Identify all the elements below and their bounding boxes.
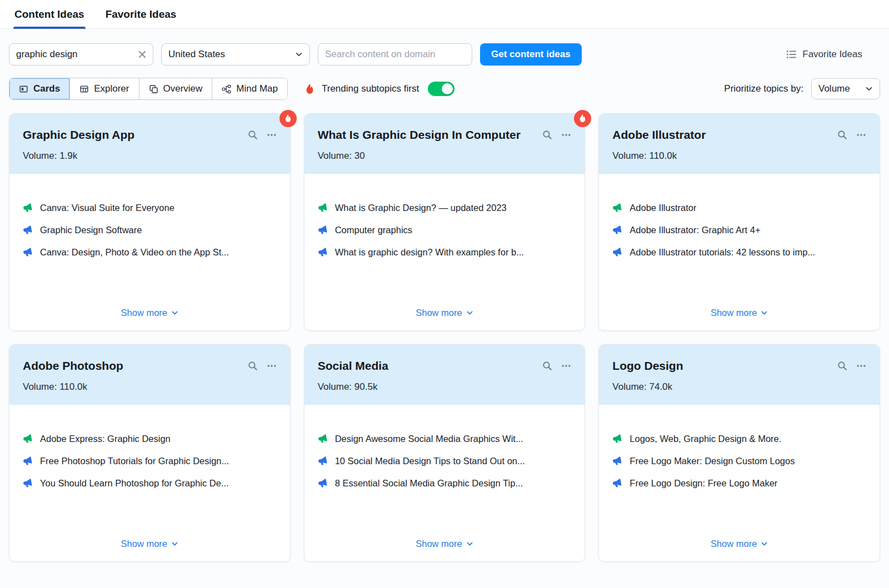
search-icon[interactable] <box>542 361 552 371</box>
top-tab-bar: Content Ideas Favorite Ideas <box>0 0 889 29</box>
card-body: Logos, Web, Graphic Design & More. Free … <box>599 405 880 561</box>
trending-toggle[interactable] <box>428 82 455 96</box>
chevron-down-icon <box>171 540 178 547</box>
megaphone-icon <box>317 225 328 236</box>
favorite-ideas-link[interactable]: Favorite Ideas <box>786 49 880 60</box>
domain-search-input[interactable] <box>318 43 472 66</box>
view-overview-button[interactable]: Overview <box>139 78 212 99</box>
headline-item[interactable]: Adobe Illustrator: Graphic Art 4+ <box>612 225 866 235</box>
show-more-link[interactable]: Show more <box>121 525 178 549</box>
megaphone-icon <box>612 478 623 489</box>
headline-text: Adobe Illustrator: Graphic Art 4+ <box>630 225 760 235</box>
headline-item[interactable]: 8 Essential Social Media Graphic Design … <box>318 478 572 489</box>
card-body: What is Graphic Design? — updated 2023 C… <box>304 174 585 330</box>
search-icon[interactable] <box>542 130 552 140</box>
flame-icon <box>304 84 315 94</box>
headline-text: Canva: Design, Photo & Video on the App … <box>40 247 229 258</box>
more-icon[interactable] <box>856 130 866 140</box>
show-more-link[interactable]: Show more <box>711 525 768 549</box>
tab-content-ideas[interactable]: Content Ideas <box>13 1 86 28</box>
search-icon[interactable] <box>837 361 847 371</box>
headline-item[interactable]: Canva: Design, Photo & Video on the App … <box>23 247 277 258</box>
chevron-down-icon <box>761 309 768 316</box>
trending-control: Trending subtopics first <box>304 82 455 96</box>
headline-item[interactable]: Adobe Illustrator tutorials: 42 lessons … <box>612 247 866 258</box>
card-title[interactable]: Adobe Illustrator <box>612 127 706 142</box>
headline-item[interactable]: What is graphic design? With examples fo… <box>318 247 572 258</box>
megaphone-icon <box>22 247 33 258</box>
more-icon[interactable] <box>856 361 866 371</box>
headline-item[interactable]: 10 Social Media Design Tips to Stand Out… <box>318 456 572 466</box>
headline-item[interactable]: Design Awesome Social Media Graphics Wit… <box>318 434 572 444</box>
country-select[interactable]: United States <box>161 43 310 66</box>
card-header: Adobe Illustrator Volume: 110.0k <box>599 114 880 174</box>
topic-card: Graphic Design App Volume: 1.9k Canva: V… <box>9 113 291 331</box>
view-explorer-button[interactable]: Explorer <box>69 78 138 99</box>
headline-text: 10 Social Media Design Tips to Stand Out… <box>335 456 525 466</box>
search-icon[interactable] <box>248 130 258 140</box>
megaphone-icon <box>612 434 623 445</box>
card-header: Adobe Photoshop Volume: 110.0k <box>9 345 290 405</box>
headline-item[interactable]: Free Logo Maker: Design Custom Logos <box>612 456 866 466</box>
megaphone-icon <box>612 203 623 214</box>
headline-text: What is Graphic Design? — updated 2023 <box>335 203 507 213</box>
show-more-link[interactable]: Show more <box>711 294 768 318</box>
headline-item[interactable]: Free Logo Design: Free Logo Maker <box>612 478 866 489</box>
headline-text: Adobe Illustrator <box>630 203 696 213</box>
topic-card: Adobe Photoshop Volume: 110.0k Adobe Exp… <box>9 344 291 562</box>
view-cards-button[interactable]: Cards <box>9 78 69 99</box>
view-overview-label: Overview <box>163 83 203 94</box>
view-mindmap-button[interactable]: Mind Map <box>212 78 287 99</box>
topic-card: Social Media Volume: 90.5k Design Awesom… <box>304 344 586 562</box>
headline-item[interactable]: Computer graphics <box>318 225 572 235</box>
card-actions <box>542 361 571 371</box>
show-more-link[interactable]: Show more <box>121 294 178 318</box>
headline-text: 8 Essential Social Media Graphic Design … <box>335 478 523 489</box>
tab-favorite-ideas[interactable]: Favorite Ideas <box>104 1 178 28</box>
card-actions <box>837 361 866 371</box>
headline-item[interactable]: What is Graphic Design? — updated 2023 <box>318 203 572 213</box>
headline-item[interactable]: Free Photoshop Tutorials for Graphic Des… <box>23 456 277 466</box>
view-toolbar: Cards Explorer Overview Mind Map Trendin… <box>0 66 889 100</box>
more-icon[interactable] <box>561 130 571 140</box>
megaphone-icon <box>22 478 33 489</box>
cards-grid: Graphic Design App Volume: 1.9k Canva: V… <box>0 100 889 575</box>
card-header: Social Media Volume: 90.5k <box>304 345 585 405</box>
show-more-label: Show more <box>416 539 462 549</box>
card-actions <box>837 130 866 140</box>
megaphone-icon <box>612 456 623 467</box>
card-body: Adobe Illustrator Adobe Illustrator: Gra… <box>599 174 880 330</box>
headline-item[interactable]: You Should Learn Photoshop for Graphic D… <box>23 478 277 489</box>
show-more-label: Show more <box>416 308 462 318</box>
more-icon[interactable] <box>267 130 277 140</box>
explorer-icon <box>79 84 89 94</box>
card-title[interactable]: What Is Graphic Design In Computer <box>318 127 521 142</box>
megaphone-icon <box>317 478 328 489</box>
headline-item[interactable]: Adobe Express: Graphic Design <box>23 434 277 444</box>
headline-text: Design Awesome Social Media Graphics Wit… <box>335 434 523 444</box>
more-icon[interactable] <box>267 361 277 371</box>
card-title[interactable]: Adobe Photoshop <box>23 358 123 373</box>
get-content-ideas-button[interactable]: Get content ideas <box>480 43 582 66</box>
megaphone-icon <box>317 203 328 214</box>
headline-item[interactable]: Logos, Web, Graphic Design & More. <box>612 434 866 444</box>
card-title[interactable]: Logo Design <box>612 358 683 373</box>
card-title[interactable]: Social Media <box>318 358 388 373</box>
keyword-input-box[interactable] <box>9 43 153 66</box>
show-more-link[interactable]: Show more <box>416 525 473 549</box>
card-title[interactable]: Graphic Design App <box>23 127 134 142</box>
headline-item[interactable]: Adobe Illustrator <box>612 203 866 213</box>
megaphone-icon <box>22 225 33 236</box>
keyword-input[interactable] <box>16 49 127 60</box>
search-icon[interactable] <box>248 361 258 371</box>
headline-item[interactable]: Graphic Design Software <box>23 225 277 235</box>
search-icon[interactable] <box>837 130 847 140</box>
card-volume: Volume: 110.0k <box>612 150 866 162</box>
card-volume: Volume: 1.9k <box>23 150 277 162</box>
more-icon[interactable] <box>561 361 571 371</box>
headline-item[interactable]: Canva: Visual Suite for Everyone <box>23 203 277 213</box>
clear-icon[interactable] <box>138 51 146 58</box>
country-value: United States <box>168 49 225 60</box>
prioritize-select[interactable]: Volume <box>811 78 880 99</box>
show-more-link[interactable]: Show more <box>416 294 473 318</box>
